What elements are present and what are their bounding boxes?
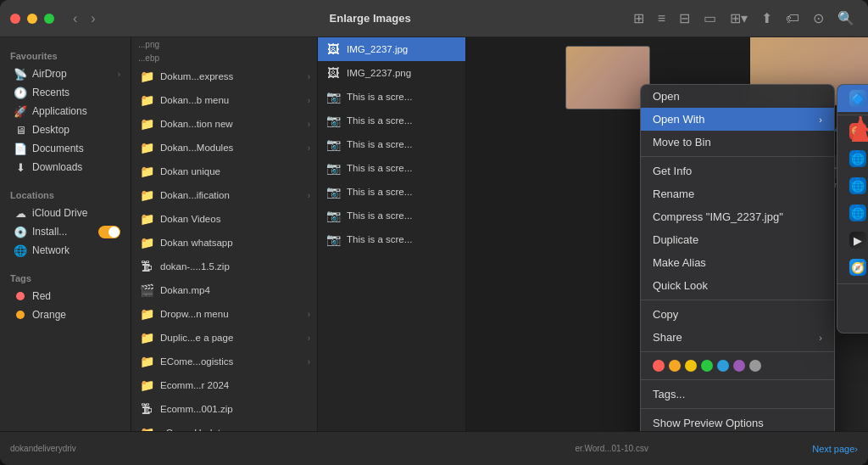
ctx-duplicate[interactable]: Duplicate (641, 228, 834, 251)
file-item-4[interactable]: 📁 Dokan unique (131, 160, 317, 183)
minimize-button[interactable] (27, 14, 37, 24)
ctx-open-with[interactable]: Open With › (641, 108, 834, 131)
file-item-10[interactable]: 📁 Dropw...n menu › (131, 302, 317, 326)
file-item[interactable]: ...png (131, 37, 317, 52)
file-item-15[interactable]: 📁 eCom...Update (131, 421, 317, 431)
next-page-link[interactable]: Next page› (812, 444, 858, 454)
ctx-open[interactable]: Open (641, 85, 834, 108)
file-item-7[interactable]: 📁 Dokan whatsapp (131, 231, 317, 255)
file-item-1[interactable]: 📁 Dokan...b menu › (131, 88, 317, 112)
ctx-tags[interactable]: Tags... (641, 383, 834, 406)
submenu-other[interactable]: Other... (837, 310, 868, 333)
submenu-appstore[interactable]: App Store... (837, 287, 868, 310)
ctx-quick-look[interactable]: Quick Look (641, 274, 834, 297)
forward-button[interactable]: › (86, 9, 100, 28)
sidebar-item-tag-red[interactable]: Red (3, 287, 127, 305)
file-item-0[interactable]: 📁 Dokum...express › (131, 64, 317, 88)
sidebar-item-desktop[interactable]: 🖥 Desktop (3, 120, 127, 139)
airdrop-icon: 📡 (14, 67, 27, 81)
content-file-4[interactable]: 📷 This is a scre... (318, 132, 465, 156)
tag-green-dot[interactable] (701, 360, 713, 372)
chevron-right-icon: › (308, 357, 310, 367)
more-icon[interactable]: ⊙ (810, 8, 827, 28)
ctx-get-info[interactable]: Get Info (641, 160, 834, 182)
file-item-5[interactable]: 📁 Dokan...ification › (131, 183, 317, 207)
sidebar-item-icloud[interactable]: ☁ iCloud Drive (3, 204, 127, 222)
sidebar-item-applications[interactable]: 🚀 Applications (3, 102, 127, 120)
file-item-6[interactable]: 📁 Dokan Videos (131, 207, 317, 231)
open-with-submenu: 🔷 Preview (default) 🎨 ColorSync Utility … (837, 84, 868, 333)
ctx-compress-label: Compress "IMG_2237.jpg" (653, 210, 783, 223)
file-name: Ecomm...r 2024 (160, 380, 229, 390)
gallery-view-icon[interactable]: ▭ (700, 8, 720, 28)
ctx-share[interactable]: Share › (641, 326, 834, 349)
content-file-6[interactable]: 📷 This is a scre... (318, 180, 465, 204)
file-item-2[interactable]: 📁 Dokan...tion new › (131, 112, 317, 136)
maximize-button[interactable] (44, 14, 54, 24)
tag-yellow-dot[interactable] (685, 360, 697, 372)
file-item-14[interactable]: 🗜 Ecomm...001.zip (131, 397, 317, 421)
file-item-9[interactable]: 🎬 Dokan.mp4 (131, 278, 317, 302)
tag-icon[interactable]: 🏷 (782, 9, 803, 28)
ctx-show-preview-options[interactable]: Show Preview Options (641, 412, 834, 431)
grid-view-icon[interactable]: ⊞ (630, 8, 648, 28)
submenu-edge-3[interactable]: 🌐 Microsoft Edge (127.0.2651.74) (837, 199, 868, 227)
file-item-8[interactable]: 🗜 dokan-....1.5.zip (131, 255, 317, 278)
screenshot-icon: 📷 (325, 160, 342, 176)
ctx-make-alias[interactable]: Make Alias (641, 251, 834, 274)
tag-red-dot[interactable] (653, 360, 665, 372)
tag-orange-dot[interactable] (669, 360, 681, 372)
folder-icon: 📁 (138, 115, 155, 132)
folder-icon: 📁 (138, 353, 155, 370)
file-name: Dokan Videos (160, 214, 220, 224)
back-button[interactable]: ‹ (68, 9, 82, 28)
sidebar-item-tag-orange[interactable]: Orange (3, 305, 127, 324)
file-item-13[interactable]: 📁 Ecomm...r 2024 (131, 373, 317, 397)
group-icon[interactable]: ⊞▾ (726, 8, 751, 28)
sidebar-item-airdrop[interactable]: 📡 AirDrop › (3, 64, 127, 83)
tag-gray-dot[interactable] (749, 360, 761, 372)
ctx-move-to-bin[interactable]: Move to Bin (641, 131, 834, 154)
column-view-icon[interactable]: ⊟ (676, 8, 693, 28)
file-item[interactable]: ...ebp (131, 52, 317, 64)
sidebar-item-network[interactable]: 🌐 Network (3, 241, 127, 260)
toggle-knob (108, 227, 120, 238)
install-toggle[interactable] (98, 226, 120, 238)
ctx-compress[interactable]: Compress "IMG_2237.jpg" (641, 205, 834, 228)
content-file-2[interactable]: 📷 This is a scre... (318, 85, 465, 109)
content-file-7[interactable]: 📷 This is a scre... (318, 204, 465, 227)
share-icon[interactable]: ⬆ (758, 8, 776, 28)
search-icon[interactable]: 🔍 (834, 8, 858, 28)
file-item-11[interactable]: 📁 Duplic...e a page › (131, 326, 317, 350)
tag-blue-dot[interactable] (717, 360, 729, 372)
sidebar-item-recents[interactable]: 🕐 Recents (3, 83, 127, 102)
sidebar-item-downloads[interactable]: ⬇ Downloads (3, 158, 127, 176)
submenu-preview[interactable]: 🔷 Preview (default) (837, 85, 868, 112)
content-file-5[interactable]: 📷 This is a scre... (318, 156, 465, 180)
tag-purple-dot[interactable] (733, 360, 745, 372)
list-view-icon[interactable]: ≡ (654, 9, 669, 28)
submenu-edge-1[interactable]: 🌐 Microsoft Edge (127.0.2651.98) (837, 145, 868, 172)
content-file-1[interactable]: 🖼 IMG_2237.png (318, 61, 465, 85)
chevron-right-icon: › (308, 72, 310, 81)
sidebar-item-install[interactable]: 💿 Install... (3, 222, 127, 241)
submenu-edge-2[interactable]: 🌐 Microsoft Edge (127.0.2651.86) (837, 172, 868, 199)
file-item-3[interactable]: 📁 Dokan...Modules › (131, 136, 317, 160)
file-name: Dokan...b menu (160, 95, 229, 105)
file-name: ECome...ogistics (160, 356, 233, 367)
network-icon: 🌐 (14, 244, 27, 257)
file-name: This is a scre... (347, 187, 412, 197)
submenu-quicktime[interactable]: ▶ QuickTime Player (837, 227, 868, 254)
ctx-rename[interactable]: Rename (641, 182, 834, 205)
content-file-0[interactable]: 🖼 IMG_2237.jpg (318, 37, 465, 61)
content-file-8[interactable]: 📷 This is a scre... (318, 227, 465, 251)
content-file-3[interactable]: 📷 This is a scre... (318, 109, 465, 132)
context-menu: Open Open With › Move to Bin Get Info Re… (640, 84, 835, 431)
ctx-copy[interactable]: Copy (641, 303, 834, 326)
close-button[interactable] (10, 14, 20, 24)
sidebar-item-documents[interactable]: 📄 Documents (3, 139, 127, 158)
file-item-12[interactable]: 📁 ECome...ogistics › (131, 350, 317, 373)
submenu-colorsync[interactable]: 🎨 ColorSync Utility (837, 118, 868, 145)
locations-section: Locations (0, 183, 131, 204)
submenu-safari[interactable]: 🧭 Safari (837, 254, 868, 281)
